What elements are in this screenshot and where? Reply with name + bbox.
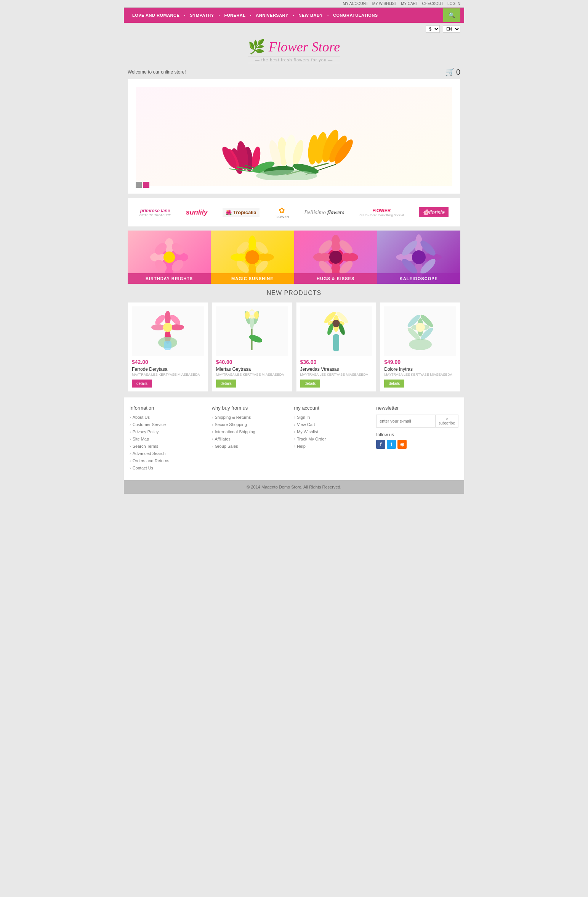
svg-point-69 (170, 324, 184, 330)
category-hugs-kisses[interactable]: HUGS & KISSES (294, 231, 377, 284)
newsletter-email-input[interactable] (376, 415, 436, 428)
details-button-4[interactable]: details (384, 380, 404, 388)
svg-point-79 (245, 311, 250, 319)
svg-point-37 (248, 235, 256, 252)
svg-point-35 (163, 251, 175, 263)
currency-select[interactable]: $ € £ (426, 25, 440, 33)
brand-flower-club[interactable]: FlOWER CLUB • Send Something Special (357, 206, 405, 219)
site-header: 🌿 Flower Store — the best fresh flowers … (124, 35, 464, 65)
product-subtitle-2: MAYTRASA LES KERTYASE MIASEASEDA (216, 373, 288, 376)
svg-point-47 (331, 235, 340, 253)
nav-anniversary[interactable]: ANNIVERSARY (251, 8, 293, 23)
language-select[interactable]: EN FR DE (443, 25, 460, 33)
nav-love-romance[interactable]: LOVE AND ROMANCE (128, 8, 184, 23)
svg-point-64 (412, 250, 426, 264)
brand-bellisimo[interactable]: Bellisimo flowers (302, 207, 346, 218)
svg-point-80 (254, 311, 259, 319)
footer-shipping-link[interactable]: Shipping & Returns (212, 415, 251, 420)
footer-secure-shopping-link[interactable]: Secure Shopping (212, 422, 247, 427)
footer-customer-service-link[interactable]: Customer Service (130, 422, 166, 427)
category-sunshine-label: MAGIC SUNSHINE (211, 273, 294, 284)
details-button-1[interactable]: details (132, 380, 152, 388)
brand-tropicalia[interactable]: 🌺 Tropicalia (221, 206, 261, 219)
nav-congratulations[interactable]: CONGRATULATIONS (328, 8, 383, 23)
welcome-text: Welcome to our online store! (128, 69, 186, 75)
cart-count: 0 (456, 68, 460, 77)
footer-privacy-link[interactable]: Privacy Policy (130, 429, 159, 434)
product-subtitle-1: MAYTRASA LES KERTYASE MIASEASEDA (132, 373, 204, 376)
brand-flower[interactable]: ✿ FLOWER (272, 204, 291, 221)
svg-rect-74 (164, 341, 171, 350)
nav-funeral[interactable]: FUNERAL (219, 8, 250, 23)
checkout-link[interactable]: CHECKOUT (422, 2, 443, 6)
category-magic-sunshine[interactable]: MAGIC SUNSHINE (211, 231, 294, 284)
footer-wishlist-link[interactable]: My Wishlist (294, 429, 318, 434)
footer-about-link[interactable]: About Us (130, 415, 150, 420)
svg-point-88 (332, 320, 340, 327)
category-grid: BIRTHDAY BRIGHTS MAGIC SUNSHINE (128, 231, 460, 284)
footer-main: information About Us Customer Service Pr… (124, 397, 464, 480)
my-cart-link[interactable]: MY CART (401, 2, 418, 6)
svg-point-66 (165, 311, 171, 325)
twitter-icon[interactable]: t (387, 440, 396, 449)
details-button-2[interactable]: details (216, 380, 236, 388)
my-account-link[interactable]: MY ACCOUNT (343, 2, 368, 6)
footer-international-shipping-link[interactable]: International Shipping (212, 429, 255, 434)
brand-primrose[interactable]: primrose lane GIFTS TO TREASURE (138, 206, 173, 219)
footer-sign-in-link[interactable]: Sign In (294, 415, 310, 420)
newsletter-subscribe-button[interactable]: > subscribe (436, 415, 458, 428)
footer-sitemap-link[interactable]: Site Map (130, 437, 149, 441)
footer-view-cart-link[interactable]: View Cart (294, 422, 315, 427)
category-kaleidoscope[interactable]: KALEIDOSCOPE (377, 231, 460, 284)
product-flower-svg-2 (237, 308, 267, 354)
hero-image (136, 87, 452, 186)
footer-group-sales-link[interactable]: Group Sales (212, 444, 238, 448)
svg-point-99 (409, 339, 432, 350)
svg-point-39 (231, 253, 247, 261)
footer-why-buy: why buy from us Shipping & Returns Secur… (212, 405, 287, 473)
footer-my-account: my account Sign In View Cart My Wishlist… (294, 405, 369, 473)
svg-point-98 (416, 323, 425, 332)
svg-point-40 (257, 253, 274, 261)
footer-contact-link[interactable]: Contact Us (130, 466, 153, 470)
hero-next-button[interactable] (143, 182, 149, 188)
footer-affiliates-link[interactable]: Affiliates (212, 437, 231, 441)
hero-prev-button[interactable] (136, 182, 142, 188)
footer-information: information About Us Customer Service Pr… (130, 405, 204, 473)
hero-navigation (136, 182, 149, 188)
nav-sympathy[interactable]: SYMPATHY (185, 8, 219, 23)
footer-search-terms-link[interactable]: Search Terms (130, 444, 158, 448)
nav-new-baby[interactable]: NEW BABY (294, 8, 327, 23)
footer-orders-returns-link[interactable]: Orders and Returns (130, 458, 169, 463)
footer-help-link[interactable]: Help (294, 444, 305, 448)
product-flower-svg-3 (319, 308, 353, 354)
new-products-section: NEW PRODUCTS $42.00 Ferrode Dery (128, 290, 460, 392)
search-icon[interactable]: 🔍 (443, 8, 460, 22)
svg-rect-91 (333, 334, 339, 351)
category-birthday-label: BIRTHDAY BRIGHTS (128, 273, 211, 284)
svg-point-83 (248, 333, 263, 344)
brand-florista[interactable]: 🌸florista (417, 205, 450, 219)
footer-track-order-link[interactable]: Track My Order (294, 437, 326, 441)
product-card-2: $40.00 Miertas Geytrasa MAYTRASA LES KER… (212, 302, 292, 392)
product-card-3: $36.00 Jerwedas Vtreasas MAYTRASA LES KE… (296, 302, 377, 392)
store-name-text: Flower Store (269, 39, 340, 54)
footer-advanced-search-link[interactable]: Advanced Search (130, 451, 166, 456)
facebook-icon[interactable]: f (376, 440, 385, 449)
brand-sunlily[interactable]: sunlily (184, 207, 210, 218)
product-card-4: $49.00 Dolore Inytras MAYTRASA LES KERTY… (380, 302, 460, 392)
welcome-bar: Welcome to our online store! 🛒 0 (124, 65, 464, 79)
svg-point-49 (313, 253, 332, 262)
category-birthday-brights[interactable]: BIRTHDAY BRIGHTS (128, 231, 211, 284)
top-bar: MY ACCOUNT MY WISHLIST MY CART CHECKOUT … (124, 0, 464, 8)
product-image-3 (300, 306, 372, 356)
copyright-text: © 2014 Magento Demo Store. All Rights Re… (247, 485, 341, 489)
rss-icon[interactable]: ◉ (397, 440, 407, 449)
details-button-3[interactable]: details (300, 380, 320, 388)
cart-widget[interactable]: 🛒 0 (445, 67, 460, 77)
product-flower-svg-1 (149, 310, 187, 352)
svg-point-45 (245, 250, 259, 264)
my-wishlist-link[interactable]: MY WISHLIST (372, 2, 397, 6)
login-link[interactable]: LOG IN (447, 2, 460, 6)
store-tagline: — the best fresh flowers for you — (248, 56, 340, 63)
